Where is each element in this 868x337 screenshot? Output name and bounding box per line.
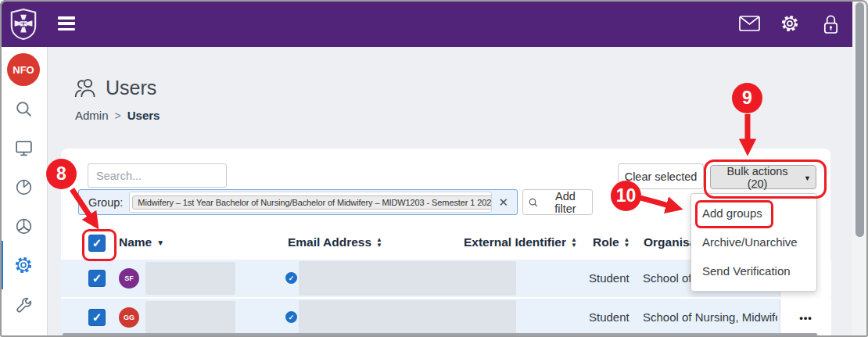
sidebar-item-search[interactable] bbox=[13, 99, 34, 119]
redacted-name bbox=[145, 262, 235, 295]
column-header-email[interactable]: Email Address ▲▼ bbox=[288, 235, 382, 249]
row-avatar: SF bbox=[119, 268, 139, 289]
verified-icon: ✓ bbox=[285, 272, 297, 284]
breadcrumb-admin-link[interactable]: Admin bbox=[75, 109, 109, 122]
role-cell: Student bbox=[589, 310, 629, 324]
check-icon: ✓ bbox=[92, 236, 102, 250]
redacted-email bbox=[299, 261, 516, 296]
uq-crest-logo-icon[interactable] bbox=[9, 8, 38, 44]
group-chip: Midwifery – 1st Year Bachelor of Nursing… bbox=[132, 195, 492, 210]
sort-icon: ▲▼ bbox=[571, 237, 577, 248]
add-filter-button[interactable]: Add filter bbox=[522, 189, 593, 215]
row-avatar: GG bbox=[119, 307, 139, 328]
redacted-name bbox=[145, 301, 235, 334]
sidebar-item-displays[interactable] bbox=[13, 138, 34, 158]
row-checkbox[interactable]: ✓ bbox=[88, 309, 106, 326]
organisation-cell: School of Nursing, Midwife bbox=[643, 310, 777, 324]
annotation-badge-9: 9 bbox=[732, 83, 762, 113]
page-title: Users bbox=[106, 77, 156, 99]
actions-cell: ••• bbox=[780, 299, 831, 337]
breadcrumb-separator: > bbox=[115, 109, 121, 122]
sort-icon: ▲▼ bbox=[624, 237, 630, 248]
bulk-actions-menu: Add groups Archive/Unarchive Send Verifi… bbox=[690, 193, 817, 292]
wrench-icon bbox=[14, 296, 34, 316]
column-label: External Identifier bbox=[464, 235, 566, 249]
sidebar-item-reports[interactable] bbox=[13, 177, 34, 197]
column-header-role[interactable]: Role ▲▼ bbox=[593, 235, 630, 249]
column-header-organisation[interactable]: Organisa bbox=[644, 235, 696, 249]
sort-desc-icon: ▼ bbox=[156, 238, 164, 247]
table-hscrollbar[interactable] bbox=[63, 333, 818, 336]
lock-icon[interactable] bbox=[820, 13, 841, 34]
add-filter-label: Add filter bbox=[543, 190, 587, 215]
sort-icon: ▲▼ bbox=[376, 237, 382, 248]
top-navbar bbox=[0, 0, 852, 47]
app-window: NFO bbox=[0, 0, 868, 337]
breadcrumb-current: Users bbox=[127, 109, 160, 122]
row-actions-menu-icon[interactable]: ••• bbox=[799, 312, 812, 324]
menu-item-add-groups[interactable]: Add groups bbox=[691, 199, 816, 228]
page-header: Users bbox=[74, 77, 156, 99]
column-header-external-id[interactable]: External Identifier ▲▼ bbox=[464, 235, 577, 249]
table-row[interactable]: ✓ GG ✓ Student School of Nursing, Midwif… bbox=[61, 299, 830, 337]
sidebar-item-admin[interactable] bbox=[13, 255, 34, 275]
bulk-actions-label: Bulk actions (20) bbox=[716, 165, 799, 190]
group-select[interactable]: Midwifery – 1st Year Bachelor of Nursing… bbox=[129, 192, 492, 213]
gear-icon bbox=[13, 255, 34, 275]
menu-hamburger-icon[interactable] bbox=[58, 16, 75, 30]
sidebar: NFO bbox=[0, 47, 48, 337]
active-nav-indicator bbox=[0, 241, 3, 289]
select-all-checkbox[interactable]: ✓ bbox=[88, 235, 106, 252]
column-label: Organisa bbox=[644, 235, 696, 249]
group-filter-bar: Group: Midwifery – 1st Year Bachelor of … bbox=[78, 189, 518, 215]
group-chip-label: Midwifery – 1st Year Bachelor of Nursing… bbox=[138, 198, 492, 207]
clear-selected-label: Clear selected bbox=[625, 170, 698, 183]
check-icon: ✓ bbox=[92, 271, 102, 285]
group-filter-label: Group: bbox=[88, 196, 123, 209]
filter-clear-icon[interactable]: ✕ bbox=[498, 195, 508, 210]
sidebar-item-browse[interactable] bbox=[13, 216, 34, 236]
bulk-actions-button[interactable]: Bulk actions (20) ▼ bbox=[710, 165, 816, 189]
check-icon: ✓ bbox=[92, 310, 102, 324]
search-small-icon bbox=[528, 197, 539, 208]
scrollbar-thumb[interactable] bbox=[855, 2, 864, 237]
redacted-email bbox=[299, 300, 516, 335]
mail-icon[interactable] bbox=[738, 13, 760, 34]
column-label: Role bbox=[593, 235, 619, 249]
search-icon bbox=[14, 99, 34, 119]
column-label: Name bbox=[119, 235, 152, 249]
globe-icon bbox=[14, 217, 34, 236]
row-checkbox[interactable]: ✓ bbox=[88, 270, 106, 287]
search-input[interactable] bbox=[88, 163, 227, 188]
users-icon bbox=[74, 77, 98, 99]
menu-item-archive-unarchive[interactable]: Archive/Unarchive bbox=[691, 228, 816, 256]
hscrollbar-thumb[interactable] bbox=[63, 333, 817, 336]
sidebar-item-tools[interactable] bbox=[13, 296, 34, 316]
menu-item-send-verification[interactable]: Send Verification bbox=[691, 256, 816, 285]
monitor-icon bbox=[14, 138, 34, 158]
breadcrumb: Admin > Users bbox=[75, 109, 160, 122]
clear-selected-button[interactable]: Clear selected bbox=[618, 163, 704, 189]
role-cell: Student bbox=[589, 271, 629, 285]
settings-gear-icon[interactable] bbox=[779, 13, 801, 34]
column-label: Email Address bbox=[288, 235, 371, 249]
column-header-name[interactable]: Name ▼ bbox=[119, 235, 164, 249]
page-scrollbar[interactable] bbox=[852, 0, 868, 337]
topbar-actions bbox=[738, 0, 841, 47]
user-avatar[interactable]: NFO bbox=[7, 53, 40, 86]
pie-chart-icon bbox=[14, 177, 34, 197]
caret-down-icon: ▼ bbox=[804, 174, 811, 182]
verified-icon: ✓ bbox=[285, 311, 297, 323]
